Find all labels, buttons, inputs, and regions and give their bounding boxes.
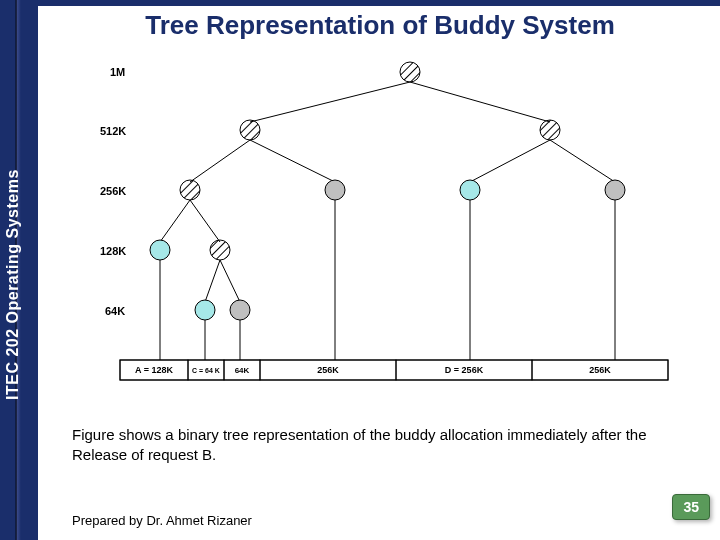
svg-line-3 bbox=[190, 140, 250, 182]
node-l1-right bbox=[540, 120, 560, 140]
tree-nodes bbox=[150, 62, 625, 320]
node-l2-b bbox=[325, 180, 345, 200]
node-root bbox=[400, 62, 420, 82]
svg-line-5 bbox=[470, 140, 550, 182]
buddy-tree-diagram: 1M 512K 256K 128K 64K bbox=[50, 60, 690, 410]
node-l4-a bbox=[195, 300, 215, 320]
svg-line-4 bbox=[250, 140, 335, 182]
svg-line-9 bbox=[205, 260, 220, 302]
mem-label-a: A = 128K bbox=[135, 365, 173, 375]
mem-label-d: D = 256K bbox=[445, 365, 484, 375]
mem-label-c: C = 64 K bbox=[192, 367, 220, 374]
level-label-64k: 64K bbox=[105, 305, 125, 317]
node-l2-a bbox=[180, 180, 200, 200]
svg-line-7 bbox=[160, 200, 190, 242]
figure-caption: Figure shows a binary tree representatio… bbox=[72, 425, 690, 464]
node-l3-b bbox=[210, 240, 230, 260]
mem-label-64k: 64K bbox=[235, 366, 250, 375]
node-l3-a bbox=[150, 240, 170, 260]
node-l2-c bbox=[460, 180, 480, 200]
node-l2-d bbox=[605, 180, 625, 200]
page-number-badge: 35 bbox=[672, 494, 710, 520]
tree-svg: A = 128K C = 64 K 64K 256K D = 256K 256K bbox=[50, 60, 690, 410]
svg-line-8 bbox=[190, 200, 220, 242]
node-l1-left bbox=[240, 120, 260, 140]
svg-line-2 bbox=[410, 82, 550, 122]
level-label-512k: 512K bbox=[100, 125, 126, 137]
memory-bar: A = 128K C = 64 K 64K 256K D = 256K 256K bbox=[120, 360, 668, 380]
course-code-label: ITEC 202 Operating Systems bbox=[4, 169, 22, 400]
level-label-256k: 256K bbox=[100, 185, 126, 197]
left-accent-bar: ITEC 202 Operating Systems bbox=[0, 0, 38, 540]
level-label-128k: 128K bbox=[100, 245, 126, 257]
node-l4-b bbox=[230, 300, 250, 320]
slide-title: Tree Representation of Buddy System bbox=[50, 10, 710, 41]
level-label-1m: 1M bbox=[110, 66, 125, 78]
mem-label-256k-2: 256K bbox=[589, 365, 611, 375]
footer-credit: Prepared by Dr. Ahmet Rizaner bbox=[72, 513, 252, 528]
mem-label-256k-1: 256K bbox=[317, 365, 339, 375]
svg-line-6 bbox=[550, 140, 615, 182]
top-accent-bar bbox=[0, 0, 720, 6]
svg-line-10 bbox=[220, 260, 240, 302]
svg-line-1 bbox=[250, 82, 410, 122]
